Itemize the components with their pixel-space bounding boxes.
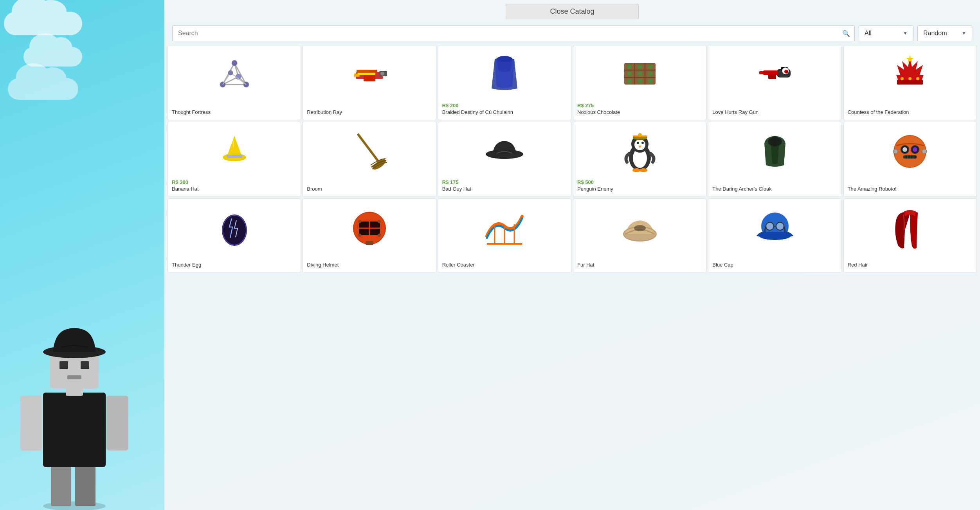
svg-point-24	[228, 70, 233, 75]
catalog-item-retribution-ray[interactable]: Retribution Ray	[303, 45, 436, 120]
svg-point-75	[637, 142, 639, 144]
catalog-item-red-hair[interactable]: Red Hair	[843, 198, 977, 273]
item-image-fur-hat	[577, 203, 702, 254]
svg-point-91	[893, 149, 898, 154]
svg-point-44	[648, 71, 653, 76]
catalog-item-amazing-roboto[interactable]: The Amazing Roboto!	[843, 122, 977, 197]
item-image-diving-helmet	[307, 203, 432, 254]
category-arrow-icon: ▼	[903, 31, 908, 36]
item-name-countess-federation: Countess of the Federation	[848, 109, 973, 116]
svg-rect-58	[897, 80, 923, 85]
catalog-item-braided-destiny[interactable]: R$ 200Braided Destiny of Cú Chulainn	[438, 45, 571, 120]
category-dropdown[interactable]: All ▼	[859, 25, 913, 41]
item-image-banana-hat	[172, 126, 297, 177]
svg-point-39	[627, 64, 632, 69]
item-name-love-hurts-ray-gun: Love Hurts Ray Gun	[712, 109, 837, 116]
item-info-thought-fortress: Thought Fortress	[172, 107, 297, 116]
search-icon: 🔍	[842, 30, 850, 37]
svg-rect-30	[358, 73, 375, 75]
svg-point-42	[627, 71, 632, 76]
item-price-penguin-enemy: R$ 500	[577, 179, 702, 186]
item-info-countess-federation: Countess of the Federation	[848, 107, 973, 116]
catalog-item-love-hurts-ray-gun[interactable]: Love Hurts Ray Gun	[708, 45, 841, 120]
item-info-noxious-chocolate: R$ 275Noxious Chocolate	[577, 100, 702, 116]
svg-point-55	[786, 71, 788, 73]
catalog-item-thunder-egg[interactable]: Thunder Egg	[168, 198, 301, 273]
svg-point-60	[901, 77, 904, 80]
svg-point-118	[634, 225, 646, 231]
item-name-noxious-chocolate: Noxious Chocolate	[577, 109, 702, 116]
svg-point-121	[766, 222, 774, 230]
svg-point-20	[232, 60, 237, 66]
item-name-amazing-roboto: The Amazing Roboto!	[848, 186, 973, 193]
svg-point-76	[641, 142, 644, 144]
svg-rect-56	[768, 74, 776, 79]
item-price-banana-hat: R$ 300	[172, 179, 297, 186]
item-image-bad-guy-hat	[442, 126, 567, 177]
item-info-braided-destiny: R$ 200Braided Destiny of Cú Chulainn	[442, 100, 567, 116]
svg-rect-111	[366, 241, 373, 245]
catalog-item-fur-hat[interactable]: Fur Hat	[573, 198, 706, 273]
catalog-item-broom[interactable]: Broom	[303, 122, 436, 197]
catalog-item-banana-hat[interactable]: R$ 300Banana Hat	[168, 122, 301, 197]
item-image-love-hurts-ray-gun	[712, 49, 837, 100]
svg-point-122	[776, 222, 784, 230]
svg-rect-93	[903, 155, 917, 159]
item-info-fur-hat: Fur Hat	[577, 260, 702, 269]
svg-rect-80	[633, 137, 647, 139]
catalog-item-roller-coaster[interactable]: Roller Coaster	[438, 198, 571, 273]
catalog-item-penguin-enemy[interactable]: R$ 500Penguin Enemy	[573, 122, 706, 197]
svg-point-46	[638, 79, 642, 83]
close-catalog-button[interactable]: Close Catalog	[506, 4, 639, 19]
svg-rect-29	[364, 75, 375, 81]
svg-point-72	[634, 139, 645, 150]
svg-rect-64	[227, 155, 242, 158]
svg-point-84	[768, 137, 782, 146]
item-info-red-hair: Red Hair	[848, 260, 973, 269]
svg-point-62	[916, 77, 919, 80]
item-info-penguin-enemy: R$ 500Penguin Enemy	[577, 177, 702, 193]
catalog-item-noxious-chocolate[interactable]: R$ 275Noxious Chocolate	[573, 45, 706, 120]
catalog-item-countess-federation[interactable]: Countess of the Federation	[843, 45, 977, 120]
item-info-love-hurts-ray-gun: Love Hurts Ray Gun	[712, 107, 837, 116]
svg-rect-51	[759, 71, 765, 74]
catalog-grid: Thought Fortress Retribution Ray R$ 200B…	[164, 45, 980, 510]
svg-point-40	[638, 64, 642, 69]
item-image-daring-archer-cloak	[712, 126, 837, 177]
item-name-thought-fortress: Thought Fortress	[172, 109, 297, 116]
search-row: 🔍 All ▼ Random ▼	[164, 22, 980, 45]
svg-rect-32	[369, 70, 377, 72]
svg-rect-1	[51, 463, 71, 506]
svg-rect-4	[20, 396, 42, 451]
svg-point-83	[640, 168, 647, 172]
svg-point-86	[894, 136, 926, 167]
avatar-area	[0, 0, 164, 510]
svg-point-47	[648, 79, 653, 83]
svg-point-43	[638, 71, 642, 76]
catalog-item-bad-guy-hat[interactable]: R$ 175Bad Guy Hat	[438, 122, 571, 197]
item-image-thunder-egg	[172, 203, 297, 254]
catalog-item-daring-archer-cloak[interactable]: The Daring Archer's Cloak	[708, 122, 841, 197]
item-info-diving-helmet: Diving Helmet	[307, 260, 432, 269]
item-price-bad-guy-hat: R$ 175	[442, 179, 567, 186]
item-name-broom: Broom	[307, 186, 432, 193]
svg-point-45	[627, 79, 632, 83]
catalog-item-diving-helmet[interactable]: Diving Helmet	[303, 198, 436, 273]
item-info-amazing-roboto: The Amazing Roboto!	[848, 184, 973, 193]
item-price-noxious-chocolate: R$ 275	[577, 103, 702, 109]
svg-rect-5	[106, 396, 128, 451]
category-label: All	[865, 30, 872, 37]
svg-point-31	[380, 72, 384, 76]
search-input[interactable]	[172, 25, 855, 41]
item-image-retribution-ray	[307, 49, 432, 100]
catalog-item-thought-fortress[interactable]: Thought Fortress	[168, 45, 301, 120]
svg-point-68	[486, 150, 523, 159]
catalog-panel: Close Catalog 🔍 All ▼ Random ▼	[164, 0, 980, 510]
sort-dropdown[interactable]: Random ▼	[917, 25, 972, 41]
item-image-red-hair	[848, 203, 973, 254]
item-name-blue-cap: Blue Cap	[712, 262, 837, 269]
item-price-braided-destiny: R$ 200	[442, 103, 567, 109]
svg-point-110	[378, 234, 381, 237]
svg-point-61	[908, 77, 912, 80]
catalog-item-blue-cap[interactable]: Blue Cap	[708, 198, 841, 273]
